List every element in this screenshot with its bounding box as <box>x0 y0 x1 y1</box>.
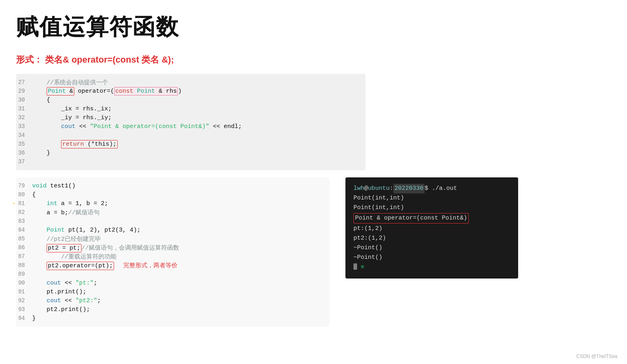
terminal-output-2: Point(int,int) <box>353 203 404 212</box>
code-line-36: 36 } <box>16 148 366 157</box>
line-content-32: _iy = rhs._iy; <box>32 114 366 121</box>
code-block-bottom: 79 void test1() 80 { -81 int a = 1, b = … <box>16 177 329 327</box>
line-num-88: 88 <box>16 262 32 268</box>
format-code: 类名& operator=(const 类名 &); <box>45 55 174 65</box>
line-num-37: 37 <box>16 159 32 165</box>
line-content-93: pt2.print(); <box>32 306 329 313</box>
terminal-dollar: $ ./a.out <box>425 184 457 193</box>
terminal-output-1: Point(int,int) <box>353 194 404 203</box>
line-num-94: 94 <box>16 315 32 321</box>
terminal-at: @ <box>364 184 368 193</box>
code-line-27: 27 //系统会自动提供一个 <box>16 78 366 87</box>
format-label: 形式： <box>16 55 43 65</box>
terminal-block: lwh @ ubuntu : 20220330 $ ./a.out Point(… <box>345 177 518 279</box>
terminal-line-1: Point(int,int) <box>353 193 510 203</box>
code-line-91: 91 pt.print(); <box>16 287 329 296</box>
code-line-94: 94 } <box>16 314 329 323</box>
line-content-94: } <box>32 315 329 322</box>
page-title: 赋值运算符函数 <box>16 12 611 43</box>
code-block-top: 27 //系统会自动提供一个 29 Point & operator=(cons… <box>16 74 366 170</box>
line-content-90: cout << "pt:"; <box>32 280 329 287</box>
terminal-line-5: pt2:(1,2) <box>353 234 510 243</box>
terminal-line-7: ~Point() <box>353 253 510 262</box>
line-content-34 <box>32 132 366 139</box>
terminal-output-4: pt:(1,2) <box>353 224 382 233</box>
terminal-host: ubuntu <box>368 184 390 193</box>
terminal-output-5: pt2:(1,2) <box>353 234 386 243</box>
line-num-36: 36 <box>16 150 32 156</box>
watermark: CSDN @TheITSea <box>576 354 617 359</box>
line-content-89 <box>32 271 329 278</box>
annotation-88: 完整形式，两者等价 <box>123 262 178 268</box>
line-num-80: 80 <box>16 191 32 198</box>
code-line-87: 87 //重载运算符的功能 <box>16 252 329 261</box>
line-num-89: 89 <box>16 271 32 277</box>
format-line: 形式： 类名& operator=(const 类名 &); <box>16 54 611 66</box>
code-line-29: 29 Point & operator=(const Point & rhs) <box>16 87 366 96</box>
code-line-37: 37 <box>16 157 366 166</box>
line-num-27: 27 <box>16 79 32 85</box>
line-content-33: cout << "Point & operator=(const Point&)… <box>32 123 366 130</box>
code-line-33: 33 cout << "Point & operator=(const Poin… <box>16 122 366 131</box>
line-num-30: 30 <box>16 97 32 103</box>
code-line-34: 34 <box>16 131 366 140</box>
terminal-prompt: lwh @ ubuntu : 20220330 $ ./a.out <box>353 184 510 193</box>
code-line-88: 88 pt2.operator=(pt); 完整形式，两者等价 <box>16 261 329 270</box>
line-content-29: Point & operator=(const Point & rhs) <box>32 88 366 95</box>
terminal-line-3: Point & operator=(const Point&) <box>353 213 510 224</box>
line-content-36: } <box>32 150 366 157</box>
line-num-33: 33 <box>16 123 32 130</box>
line-num-79: 79 <box>16 183 32 189</box>
line-num-93: 93 <box>16 306 32 313</box>
code-line-90: 90 cout << "pt:"; <box>16 279 329 287</box>
code-line-80: 80 { <box>16 190 329 199</box>
bottom-section: 79 void test1() 80 { -81 int a = 1, b = … <box>16 177 611 327</box>
line-num-31: 31 <box>16 106 32 112</box>
line-num-35: 35 <box>16 141 32 147</box>
terminal-colon: : <box>390 184 393 193</box>
line-content-84: Point pt(1, 2), pt2(3, 4); <box>32 227 329 234</box>
line-num-81: -81 <box>16 200 32 207</box>
line-num-82: 82 <box>16 209 32 216</box>
code-line-79: 79 void test1() <box>16 181 329 190</box>
box-const-param: const Point & rhs <box>114 87 178 96</box>
line-content-81: int a = 1, b = 2; <box>32 200 329 207</box>
code-line-31: 31 _ix = rhs._ix; <box>16 104 366 113</box>
line-num-85: 85 <box>16 236 32 242</box>
terminal-path: 20220330 <box>393 184 425 193</box>
code-line-83: 83 <box>16 217 329 226</box>
line-num-90: 90 <box>16 280 32 286</box>
line-content-30: { <box>32 97 366 104</box>
box-operator-call: pt2.operator=(pt); <box>47 262 114 270</box>
line-num-91: 91 <box>16 289 32 295</box>
line-content-88: pt2.operator=(pt); 完整形式，两者等价 <box>32 262 329 269</box>
line-num-84: 84 <box>16 227 32 233</box>
code-line-86: 86 pt2 = pt;//赋值语句，会调用赋值运算符函数 <box>16 243 329 252</box>
code-line-89: 89 <box>16 270 329 279</box>
line-content-80: { <box>32 191 329 198</box>
line-num-86: 86 <box>16 244 32 251</box>
terminal-cursor-line: █ ■ <box>353 262 510 272</box>
code-line-81: -81 int a = 1, b = 2; <box>16 199 329 208</box>
line-num-83: 83 <box>16 218 32 224</box>
line-content-86: pt2 = pt;//赋值语句，会调用赋值运算符函数 <box>32 244 329 252</box>
line-num-34: 34 <box>16 132 32 138</box>
code-line-35: 35 return (*this); <box>16 140 366 148</box>
terminal-cursor: █ ■ <box>353 263 364 272</box>
code-line-84: 84 Point pt(1, 2), pt2(3, 4); <box>16 226 329 234</box>
code-line-93: 93 pt2.print(); <box>16 305 329 314</box>
code-line-92: 92 cout << "pt2:"; <box>16 296 329 305</box>
terminal-output-7: ~Point() <box>353 253 382 262</box>
line-content-83 <box>32 218 329 225</box>
terminal-output-6: ~Point() <box>353 244 382 252</box>
line-num-29: 29 <box>16 88 32 94</box>
line-content-27: //系统会自动提供一个 <box>32 79 366 86</box>
line-content-85: //pt2已经创建完毕 <box>32 235 329 243</box>
terminal-line-4: pt:(1,2) <box>353 224 510 234</box>
line-num-92: 92 <box>16 297 32 304</box>
line-content-37 <box>32 159 366 165</box>
box-pt2-pt: pt2 = pt; <box>47 244 82 252</box>
box-return: return (*this); <box>61 140 118 148</box>
terminal-output-3: Point & operator=(const Point&) <box>353 213 469 224</box>
line-content-79: void test1() <box>32 183 329 189</box>
